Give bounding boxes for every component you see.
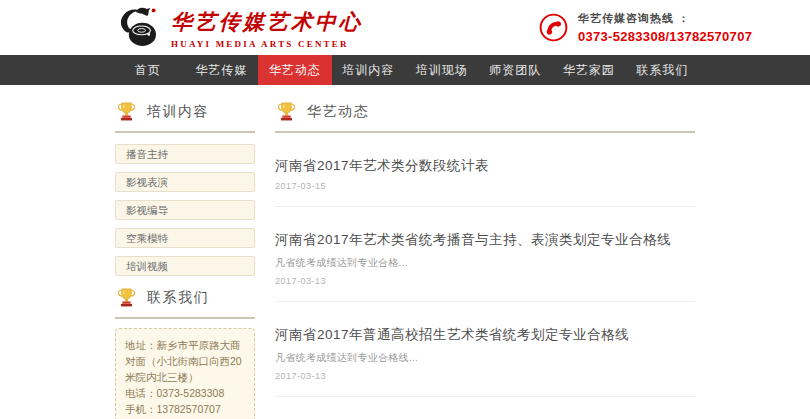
sidebar-training-list: 播音主持影视表演影视编导空乘模特培训视频: [115, 144, 255, 276]
phone-icon: [538, 12, 569, 43]
hotline-number: 0373-5283308/13782570707: [578, 29, 752, 44]
article-title[interactable]: 河南省2017年艺术类分数段统计表: [275, 157, 695, 175]
logo-subtitle: HUAYI MEDIA ARTS CENTER: [171, 39, 363, 49]
main-panel: 华艺动态 河南省2017年艺术类分数段统计表2017-03-15河南省2017年…: [275, 98, 695, 419]
logo[interactable]: 华艺传媒艺术中心 HUAYI MEDIA ARTS CENTER: [116, 5, 363, 51]
hotline: 华艺传媒咨询热线 ： 0373-5283308/13782570707: [538, 11, 752, 44]
article-item-4: 关于河南省2017年普通高校招生播音与主持艺术类省统考考试时间调整的公告河南省2…: [275, 397, 695, 419]
sidebar-training-item-5[interactable]: 培训视频: [115, 256, 255, 276]
sidebar-training-title: 培训内容: [147, 103, 209, 121]
article-snippet: 凡省统考成绩达到专业合格...: [275, 256, 695, 270]
article-list: 河南省2017年艺术类分数段统计表2017-03-15河南省2017年艺术类省统…: [275, 133, 695, 419]
article-item-3: 河南省2017年普通高校招生艺术类省统考划定专业合格线凡省统考成绩达到专业合格线…: [275, 302, 695, 397]
sidebar-training-item-4[interactable]: 空乘模特: [115, 228, 255, 248]
sidebar-training-item-1[interactable]: 播音主持: [115, 144, 255, 164]
logo-text: 华艺传媒艺术中心 HUAYI MEDIA ARTS CENTER: [171, 8, 363, 49]
main-title: 华艺动态: [307, 103, 369, 121]
trophy-icon: [117, 101, 136, 122]
content: 培训内容 播音主持影视表演影视编导空乘模特培训视频 联系我们: [115, 85, 695, 419]
nav-item-3[interactable]: 华艺动态: [258, 55, 332, 85]
sidebar-training-heading: 培训内容: [115, 98, 255, 133]
nav-item-4[interactable]: 培训内容: [332, 55, 406, 85]
contact-address: 地址：新乡市平原路大商对面（小北街南口向西20米院内北三楼）: [125, 337, 245, 385]
hotline-label: 华艺传媒咨询热线 ：: [578, 11, 752, 26]
dragon-inkstone-logo-icon: [116, 5, 164, 51]
trophy-icon: [117, 287, 136, 308]
contact-info-box: 地址：新乡市平原路大商对面（小北街南口向西20米院内北三楼） 电话：0373-5…: [115, 328, 255, 419]
contact-mobile: 手机：13782570707: [125, 401, 245, 417]
nav-item-2[interactable]: 华艺传媒: [185, 55, 259, 85]
trophy-icon: [277, 101, 296, 122]
article-date: 2017-03-13: [275, 371, 695, 381]
article-title[interactable]: 河南省2017年艺术类省统考播音与主持、表演类划定专业合格线: [275, 231, 695, 249]
nav-item-8[interactable]: 联系我们: [626, 55, 700, 85]
logo-title: 华艺传媒艺术中心: [171, 8, 363, 36]
hotline-text: 华艺传媒咨询热线 ： 0373-5283308/13782570707: [578, 11, 752, 44]
article-title[interactable]: 河南省2017年普通高校招生艺术类省统考划定专业合格线: [275, 326, 695, 344]
article-snippet: 凡省统考成绩达到专业合格线...: [275, 351, 695, 365]
sidebar-contact-title: 联系我们: [147, 289, 209, 307]
sidebar-training-item-3[interactable]: 影视编导: [115, 200, 255, 220]
main-heading: 华艺动态: [275, 98, 695, 133]
sidebar-training-item-2[interactable]: 影视表演: [115, 172, 255, 192]
article-item-2: 河南省2017年艺术类省统考播音与主持、表演类划定专业合格线凡省统考成绩达到专业…: [275, 207, 695, 302]
contact-phone: 电话：0373-5283308: [125, 385, 245, 401]
nav-item-7[interactable]: 华艺家园: [552, 55, 626, 85]
article-date: 2017-03-13: [275, 276, 695, 286]
sidebar: 培训内容 播音主持影视表演影视编导空乘模特培训视频 联系我们: [115, 98, 255, 419]
article-item-1: 河南省2017年艺术类分数段统计表2017-03-15: [275, 133, 695, 207]
sidebar-contact-heading: 联系我们: [115, 284, 255, 319]
page: 华艺传媒艺术中心 HUAYI MEDIA ARTS CENTER 华艺传媒咨询热…: [0, 0, 810, 419]
main-nav-bar: 首页华艺传媒华艺动态培训内容培训现场师资团队华艺家园联系我们: [0, 55, 810, 85]
main-nav: 首页华艺传媒华艺动态培训内容培训现场师资团队华艺家园联系我们: [111, 55, 699, 85]
header: 华艺传媒艺术中心 HUAYI MEDIA ARTS CENTER 华艺传媒咨询热…: [0, 0, 810, 55]
article-date: 2017-03-15: [275, 181, 695, 191]
nav-item-1[interactable]: 首页: [111, 55, 185, 85]
nav-item-5[interactable]: 培训现场: [405, 55, 479, 85]
nav-item-6[interactable]: 师资团队: [479, 55, 553, 85]
